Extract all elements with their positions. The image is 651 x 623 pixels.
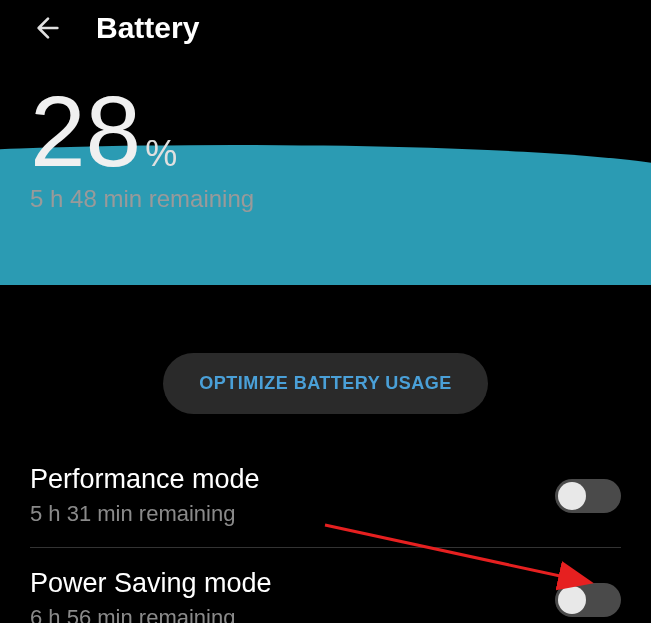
header-bar: Battery [0,0,651,56]
power-saving-mode-sub: 6 h 56 min remaining [30,605,555,623]
battery-percent-value: 28 [30,81,141,181]
toggle-knob-icon [558,586,586,614]
power-saving-mode-title: Power Saving mode [30,568,555,599]
optimize-battery-button[interactable]: OPTIMIZE BATTERY USAGE [163,353,488,414]
power-saving-mode-toggle[interactable] [555,583,621,617]
performance-mode-toggle[interactable] [555,479,621,513]
power-saving-mode-text: Power Saving mode 6 h 56 min remaining [30,568,555,623]
performance-mode-sub: 5 h 31 min remaining [30,501,555,527]
settings-body: OPTIMIZE BATTERY USAGE Performance mode … [0,323,651,623]
battery-time-remaining: 5 h 48 min remaining [30,185,621,213]
battery-percent-sign: % [145,133,177,175]
battery-percentage: 28 % [30,81,621,181]
battery-summary: 28 % 5 h 48 min remaining [0,56,651,213]
performance-mode-row[interactable]: Performance mode 5 h 31 min remaining [0,444,651,547]
performance-mode-text: Performance mode 5 h 31 min remaining [30,464,555,527]
optimize-button-row: OPTIMIZE BATTERY USAGE [0,323,651,444]
back-arrow-icon[interactable] [30,10,66,46]
page-title: Battery [96,11,199,45]
power-saving-mode-row[interactable]: Power Saving mode 6 h 56 min remaining [0,548,651,623]
toggle-knob-icon [558,482,586,510]
performance-mode-title: Performance mode [30,464,555,495]
